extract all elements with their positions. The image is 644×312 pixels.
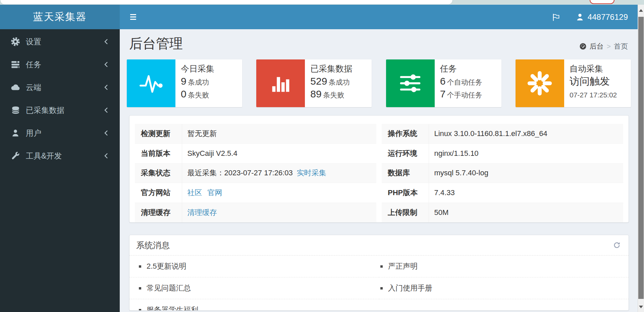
info-box-tasks: 任务 6 个自动任务 7 个手动任务 [386,59,501,107]
breadcrumb-separator: > [607,42,611,50]
environment-table: 操作系统 Linux 3.10.0-1160.81.1.el7.x86_64 运… [382,124,623,222]
system-messages-panel: 系统消息 2.5更新说明 常见问题汇总 服务器学生福利 严正声明 入门使用手册 [129,235,629,311]
table-row: 上传限制 50M [382,203,623,222]
user-menu[interactable]: 448776129 [576,12,628,22]
sidebar: 设置 任务 云端 [0,29,120,312]
chevron-left-icon [104,38,108,45]
table-row: 当前版本 SkyCaiji V2.5.4 [135,144,376,164]
sidebar-item-tasks[interactable]: 任务 [0,53,120,76]
user-icon [576,13,584,21]
message-item[interactable]: 入门使用手册 [379,277,629,299]
info-box-today-collect: 今日采集 9 条成功 0 条失败 [127,59,242,107]
info-box-row: 今日采集 9 条成功 0 条失败 已采集数据 529 条成功 89 条失败 [127,59,631,107]
table-row: 采集状态 最近采集：2023-07-27 17:26:03实时采集 [135,163,376,183]
tasks-icon [9,60,21,69]
bullet-icon [139,287,141,289]
table-row: 官方网站 社区官网 [135,183,376,203]
scrollbar-down-arrow[interactable] [638,302,644,312]
breadcrumb-current: 首页 [614,42,628,51]
flag-icon[interactable] [551,12,561,22]
community-link[interactable]: 社区 [187,188,202,197]
sidebar-item-collected-data[interactable]: 已采集数据 [0,99,120,122]
sidebar-toggle-button[interactable] [130,5,144,29]
cloud-icon [9,82,21,92]
clear-cache-link[interactable]: 清理缓存 [187,208,217,217]
system-messages-title: 系统消息 [136,240,170,251]
browser-remnant-strip [0,0,644,5]
refresh-icon[interactable] [613,241,621,249]
person-icon [9,129,21,137]
system-status-panel: 检测更新 暂无更新 当前版本 SkyCaiji V2.5.4 采集状态 最近采集… [129,115,629,223]
sidebar-item-users[interactable]: 用户 [0,122,120,144]
table-row: 清理缓存 清理缓存 [135,203,376,222]
chevron-left-icon [104,84,108,91]
scrollbar-thumb[interactable] [638,17,644,299]
browser-tab-shape [0,0,453,5]
sidebar-item-cloud[interactable]: 云端 [0,76,120,99]
bullet-icon [380,265,383,268]
sliders-icon [386,59,435,107]
sidebar-item-tools-dev[interactable]: 工具&开发 [0,144,120,167]
official-site-link[interactable]: 官网 [208,188,222,197]
asterisk-icon [516,59,564,107]
table-row: 检测更新 暂无更新 [135,124,376,144]
wrench-icon [9,151,21,161]
breadcrumb: 后台 > 首页 [579,42,628,51]
bullet-icon [139,265,141,268]
sidebar-item-settings[interactable]: 设置 [0,30,120,53]
message-item[interactable]: 服务器学生福利 [129,299,379,311]
message-item[interactable]: 2.5更新说明 [129,256,379,277]
pulse-icon [127,59,175,107]
chevron-left-icon [104,106,108,114]
table-row: PHP版本 7.4.33 [382,183,623,203]
message-item[interactable]: 常见问题汇总 [129,277,379,299]
info-box-collected-data: 已采集数据 529 条成功 89 条失败 [256,59,372,107]
info-box-auto-collect: 自动采集 访问触发 07-27 17:25:02 [516,59,631,107]
message-item[interactable]: 严正声明 [379,256,629,277]
vertical-scrollbar[interactable] [638,5,644,312]
status-table: 检测更新 暂无更新 当前版本 SkyCaiji V2.5.4 采集状态 最近采集… [135,124,376,222]
bullet-icon [139,309,141,311]
top-navbar: 蓝天采集器 448776129 [0,5,644,29]
bar-chart-icon [256,59,305,107]
page-title: 后台管理 [129,34,183,53]
table-row: 数据库 mysql 5.7.40-log [382,163,623,183]
chevron-left-icon [104,61,108,68]
bullet-icon [380,287,383,289]
username: 448776129 [588,12,628,22]
database-icon [9,106,21,115]
record-indicator-pill [590,0,614,4]
gear-icon [9,37,21,46]
table-row: 运行环境 nginx/1.15.10 [382,144,623,164]
dashboard-icon [579,43,587,50]
app-logo[interactable]: 蓝天采集器 [0,5,120,29]
table-row: 操作系统 Linux 3.10.0-1160.81.1.el7.x86_64 [382,124,623,144]
chevron-left-icon [104,152,108,160]
breadcrumb-home[interactable]: 后台 [590,42,604,51]
realtime-collect-link[interactable]: 实时采集 [297,169,326,177]
chevron-left-icon [104,129,108,137]
scrollbar-up-arrow[interactable] [638,5,644,15]
